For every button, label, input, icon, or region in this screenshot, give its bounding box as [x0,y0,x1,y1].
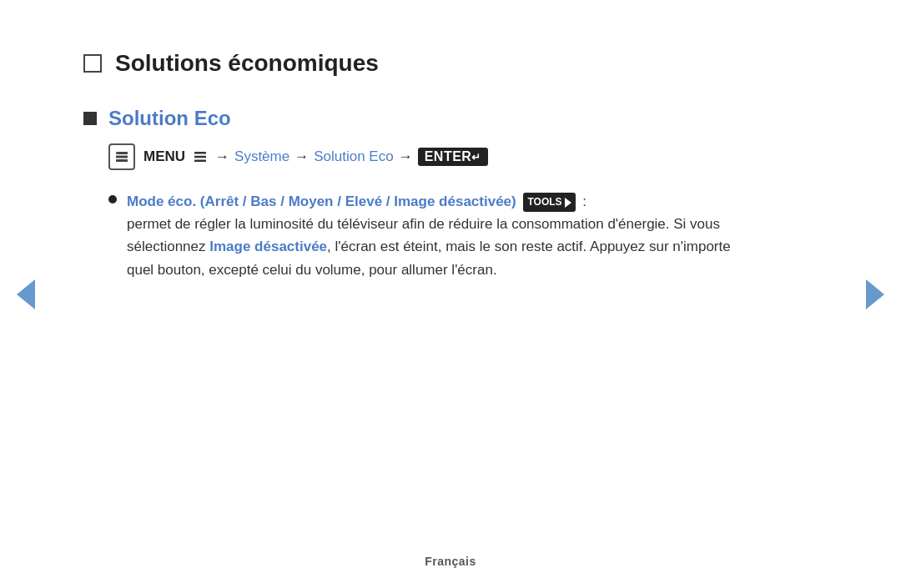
main-title-container: Solutions économiques [83,50,734,77]
item-content: Mode éco. (Arrêt / Bas / Moyen / Elevé /… [127,190,734,281]
svg-point-3 [116,152,118,153]
page-content: Solutions économiques Solution Eco MENU … [0,0,818,321]
enter-arrow-icon: ↵ [471,151,481,163]
menu-path: MENU → Système → Solution Eco → ENTER↵ [108,143,734,170]
list-item: Mode éco. (Arrêt / Bas / Moyen / Elevé /… [108,190,734,281]
item-title: Mode éco. (Arrêt / Bas / Moyen / Elevé /… [127,193,516,209]
section-title-container: Solution Eco [83,107,734,130]
menu-bars-icon [192,148,209,165]
menu-icon [108,143,135,170]
inline-blue-text: Image désactivée [209,239,327,254]
section-title: Solution Eco [108,107,231,130]
tools-badge: TOOLS [523,193,575,212]
svg-rect-4 [194,152,206,154]
arrow1: → [215,148,229,165]
svg-rect-1 [116,156,128,158]
bullet-icon [108,195,117,204]
step1: Système [234,148,289,165]
main-title: Solutions économiques [115,50,379,77]
nav-arrow-left[interactable] [17,279,35,309]
square-icon [83,112,97,125]
checkbox-icon [83,54,102,73]
tools-flag-icon [565,198,571,208]
colon-text: : [582,193,586,209]
footer-language: Français [425,555,476,568]
arrow3: → [399,148,413,165]
tools-label: TOOLS [527,194,561,210]
arrow2: → [294,148,309,165]
menu-label: MENU [143,148,185,165]
svg-rect-6 [194,160,206,163]
svg-rect-5 [194,156,206,158]
step2: Solution Eco [314,148,393,165]
content-list: Mode éco. (Arrêt / Bas / Moyen / Elevé /… [108,190,734,281]
enter-key: ENTER↵ [418,148,488,166]
svg-rect-2 [116,159,128,162]
nav-arrow-right[interactable] [866,279,884,309]
